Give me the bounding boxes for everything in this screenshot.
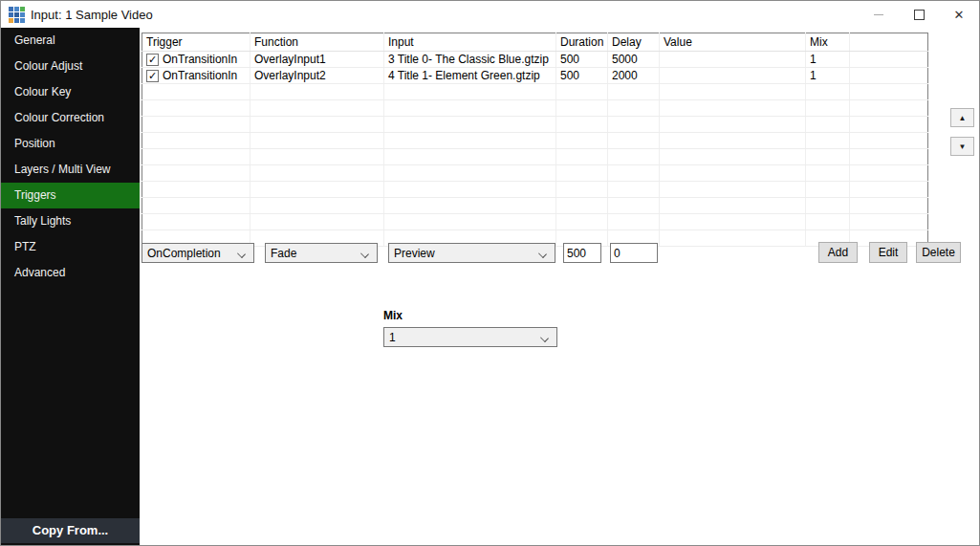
maximize-button[interactable] [899,1,939,28]
empty-table-row [142,133,928,149]
edit-button[interactable]: Edit [869,242,907,263]
delay-cell: 5000 [608,52,660,68]
sidebar-item-general[interactable]: General [1,28,140,54]
delete-button[interactable]: Delete [916,242,961,263]
window-controls: ✕ [859,1,979,28]
move-down-button[interactable]: ▼ [950,137,974,156]
sidebar-item-ptz[interactable]: PTZ [1,234,140,260]
empty-table-row [142,100,928,117]
mix-value: 1 [389,331,396,344]
mix-label: Mix [383,309,403,322]
empty-table-row [142,214,928,230]
column-header-mix: Mix [806,33,850,52]
empty-table-row [142,149,928,165]
maximize-icon [914,10,925,20]
delay-cell: 2000 [608,68,660,84]
chevron-down-icon [237,250,246,258]
close-button[interactable]: ✕ [939,1,979,28]
minimize-icon [874,14,883,15]
triggers-table: Trigger Function Input Duration Delay Va… [142,33,928,247]
arrow-up-icon: ▲ [959,114,967,122]
duration-cell: 500 [556,68,608,84]
function-select[interactable]: Fade [265,243,378,263]
sidebar-item-colour-correction[interactable]: Colour Correction [1,105,140,131]
vmix-logo-icon [9,7,25,23]
function-cell: OverlayInput2 [250,68,384,84]
chevron-down-icon [360,250,369,258]
trigger-cell: OnTransitionIn [163,53,237,66]
table-header-row: Trigger Function Input Duration Delay Va… [142,33,928,52]
column-header-extra [850,33,928,52]
empty-table-row [142,165,928,182]
check-icon: ✓ [148,55,157,65]
title-bar: Input: 1 Sample Video ✕ [1,1,979,28]
empty-table-row [142,182,928,198]
minimize-button[interactable] [859,1,899,28]
table-row[interactable]: ✓OnTransitionIn OverlayInput1 3 Title 0-… [142,52,928,68]
check-icon: ✓ [148,71,157,81]
mix-select[interactable]: 1 [383,327,557,347]
value-cell [660,68,806,84]
table-row[interactable]: ✓OnTransitionIn OverlayInput2 4 Title 1-… [142,68,928,84]
window-title: Input: 1 Sample Video [31,8,153,22]
duration-cell: 500 [556,52,608,68]
function-cell: OverlayInput1 [250,52,384,68]
arrow-down-icon: ▼ [959,142,967,151]
copy-from-button[interactable]: Copy From... [1,518,140,543]
trigger-type-select[interactable]: OnCompletion [142,243,254,263]
empty-table-row [142,117,928,133]
chevron-down-icon [538,250,547,258]
add-button[interactable]: Add [818,242,858,263]
trigger-cell: OnTransitionIn [163,69,237,82]
column-header-trigger: Trigger [142,33,250,52]
sidebar-item-colour-key[interactable]: Colour Key [1,79,140,105]
column-header-delay: Delay [608,33,660,52]
input-value: Preview [394,247,435,260]
empty-table-row [142,198,928,214]
empty-table-row [142,84,928,100]
column-header-duration: Duration [556,33,608,52]
sidebar-item-tally-lights[interactable]: Tally Lights [1,208,140,234]
mix-cell: 1 [806,68,850,84]
input-settings-window: Input: 1 Sample Video ✕ General Colour A… [0,0,980,546]
sidebar-item-triggers[interactable]: Triggers [1,183,140,208]
column-header-value: Value [660,33,806,52]
close-icon: ✕ [954,9,965,21]
function-value: Fade [271,247,296,260]
value-cell [660,52,806,68]
chevron-down-icon [540,334,549,342]
trigger-type-value: OnCompletion [147,247,221,260]
move-up-button[interactable]: ▲ [950,108,974,127]
delay-input[interactable] [610,243,658,263]
duration-input[interactable] [563,243,601,263]
sidebar-item-colour-adjust[interactable]: Colour Adjust [1,54,140,79]
mix-cell: 1 [806,52,850,68]
input-select[interactable]: Preview [388,243,555,263]
sidebar-item-advanced[interactable]: Advanced [1,260,140,286]
sidebar-item-position[interactable]: Position [1,131,140,157]
column-header-input: Input [384,33,556,52]
column-header-function: Function [250,33,384,52]
sidebar-item-layers-multi-view[interactable]: Layers / Multi View [1,157,140,183]
input-cell: 4 Title 1- Element Green.gtzip [384,68,556,84]
row-checkbox[interactable]: ✓ [146,70,159,82]
settings-sidebar: General Colour Adjust Colour Key Colour … [1,28,140,546]
input-cell: 3 Title 0- The Classic Blue.gtzip [384,52,556,68]
row-checkbox[interactable]: ✓ [146,54,159,66]
